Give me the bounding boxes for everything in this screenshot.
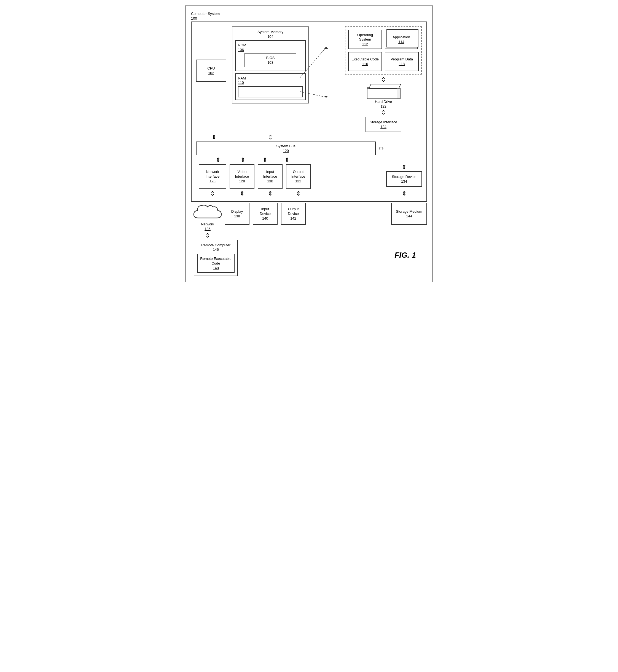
- input-device-box: Input Device 140: [253, 203, 278, 225]
- operating-system-box: Operating System 112: [348, 30, 382, 49]
- output-device-box: Output Device 142: [281, 203, 306, 225]
- hard-drive-area: Hard Drive 122: [367, 84, 400, 108]
- network-interface-box: Network Interface 126: [199, 164, 226, 189]
- input-interface-box: Input Interface 130: [258, 164, 283, 189]
- arrow-sysmem-to-bus: [268, 134, 273, 141]
- video-interface-box: Video Interface 128: [230, 164, 254, 189]
- arrow-storageinterface-to-storagedevice: [402, 164, 407, 170]
- rom-box: ROM 106 BIOS 108: [235, 40, 306, 71]
- arrow-bus-to-storageinterface: [379, 145, 384, 152]
- computer-system-label: Computer System 100: [191, 12, 427, 20]
- arrow-harddrive-to-storageinterface: [381, 111, 386, 115]
- remote-computer-box: Remote Computer 146 Remote Executable Co…: [194, 240, 238, 276]
- program-data-box: Program Data 118: [385, 52, 419, 71]
- network-area: Network 136: [194, 203, 221, 231]
- storage-device-box: Storage Device 134: [386, 171, 422, 187]
- page: Computer System 100 CPU 102: [185, 5, 433, 282]
- output-interface-box: Output Interface 132: [286, 164, 311, 189]
- ram-box: RAM 110: [235, 73, 306, 100]
- bios-box: BIOS 108: [244, 53, 297, 67]
- remote-computer-area: Remote Computer 146 Remote Executable Co…: [194, 240, 238, 276]
- arrow-bus-to-outputinterface: [285, 157, 289, 163]
- network-cloud: [192, 203, 223, 222]
- display-box: Display 138: [225, 203, 249, 225]
- system-bus-box: System Bus 120: [196, 142, 376, 155]
- diagram: Computer System 100 CPU 102: [191, 12, 427, 276]
- application-box: Application 114: [385, 30, 418, 49]
- remote-executable-code-box: Remote Executable Code 148: [197, 254, 234, 273]
- computer-system-box: CPU 102 System Memory 104: [191, 21, 427, 202]
- arrow-videointerface-down: [239, 191, 244, 197]
- cpu-box: CPU 102: [196, 60, 226, 82]
- arrow-netinterface-down: [210, 191, 215, 197]
- executable-code-box: Executable Code 116: [348, 52, 382, 71]
- arrow-dashed-to-harddrive: [381, 77, 386, 83]
- system-memory-box: System Memory 104 ROM 106 BIOS 108: [232, 26, 309, 104]
- storage-medium-box: Storage Medium 144: [391, 203, 427, 225]
- figure-label: FIG. 1: [395, 251, 416, 260]
- arrow-bus-to-videointerface: [240, 157, 245, 163]
- arrow-cpu-to-bus: [211, 134, 216, 141]
- arrow-bus-to-inputinterface: [263, 157, 268, 163]
- arrow-network-to-remote: [205, 233, 210, 239]
- arrow-inputinterface-down: [268, 191, 273, 197]
- arrow-storagedevice-down: [402, 191, 407, 197]
- storage-medium-area: Storage Medium 144: [391, 203, 427, 225]
- arrow-outputinterface-down: [296, 191, 301, 197]
- dashed-programs-area: Operating System 112 Application 114: [345, 26, 422, 75]
- storage-interface-box: Storage Interface 124: [366, 117, 401, 132]
- arrow-bus-to-netinterface: [216, 157, 220, 163]
- ram-inner-box: [238, 86, 303, 97]
